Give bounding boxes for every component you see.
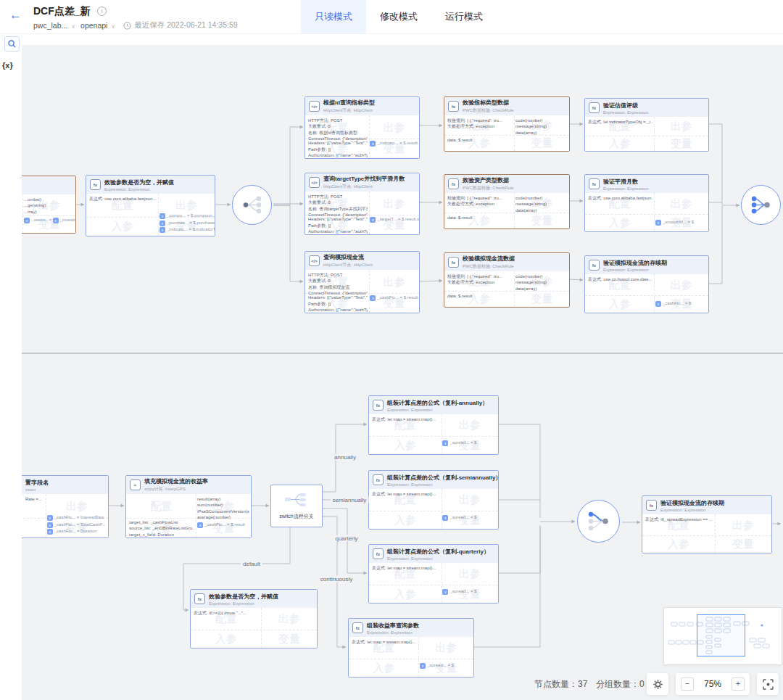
- flow-edge: [498, 525, 540, 573]
- node-subtitle: HttpClient节点: HttpClient: [323, 107, 375, 114]
- node-fields: x_spread... = $: [442, 588, 476, 596]
- node-subtitle: Expression: Expression: [660, 508, 724, 512]
- variable-chip-icon: x: [197, 522, 203, 528]
- node-titles: 根据id查询指标类型HttpClient节点: HttpClient: [323, 99, 375, 114]
- watermark-br: 变量: [531, 214, 552, 228]
- flow-node-validate-cashflow-duration-2[interactable]: fx验证模拟现金流的存续期Expression: Expression配置出参入…: [642, 495, 772, 553]
- node-header: fx效验指标类型数据PWC数据校验: CheckRule: [444, 97, 569, 115]
- field-value: $.result: [231, 522, 245, 527]
- flow-node-check-indicator-type-data[interactable]: fx效验指标类型数据PWC数据校验: CheckRule配置出参入参变量校验规则…: [444, 96, 570, 152]
- node-titles: 填充模拟现金流的收益率scipy计算: InterpGPS: [144, 477, 208, 493]
- back-button[interactable]: ←: [9, 8, 22, 22]
- flow-node-fill-cashflow-yield[interactable]: ≈填充模拟现金流的收益率scipy计算: InterpGPS配置出参入参变量ta…: [125, 475, 252, 538]
- config-line: Rate =...: [25, 496, 44, 502]
- node-title: 验证估值评级: [603, 102, 649, 110]
- zoom-out-button[interactable]: −: [681, 678, 694, 691]
- watermark-tr: 出参: [278, 612, 300, 626]
- tab-run-mode[interactable]: 运行模式: [431, 0, 497, 33]
- config-line: Path参数: []: [308, 223, 368, 228]
- zoom-in-button[interactable]: +: [732, 678, 745, 691]
- config-line: target_list: _cashFlowList: [129, 519, 195, 525]
- flow-node-assemble-spread-formula-semiannually[interactable]: fx组装计算点差的公式（复利-semiannually）Expression: …: [368, 470, 499, 530]
- node-title: 效验参数是否为空，并赋值: [209, 593, 278, 601]
- watermark-tr: 出参: [459, 493, 481, 507]
- config-line: 失败处理方式: exception: [447, 123, 513, 129]
- field-name: _cashFlo...: [54, 529, 75, 533]
- flow-node-check-params-empty-assign-2[interactable]: fx效验参数是否为空，并赋值Expression: Expression配置出参…: [190, 589, 318, 648]
- field-row: x_spread... = $: [442, 588, 476, 596]
- variables-panel-toggle[interactable]: {x}: [2, 61, 13, 70]
- scipy-node-icon: ≈: [130, 479, 141, 490]
- flow-node-assemble-spread-formula-quarterly[interactable]: fx组装计算点差的公式（复利-quarterly）Expression: Exp…: [368, 544, 499, 604]
- field-value: $.indicatorT...: [193, 227, 215, 231]
- flow-node-validate-cashflow-duration[interactable]: fx验证模拟现金流的存续期Expression: Expression配置出参入…: [584, 255, 709, 313]
- node-body: 配置出参入参变量表达式: use com.alibaba.fastjson...…: [86, 194, 215, 236]
- check-node-icon: fx: [448, 178, 459, 189]
- quadrant-divider-v: [369, 192, 370, 234]
- watermark-bl: 入参: [394, 587, 416, 601]
- node-fields: x_spread... = $: [442, 514, 476, 522]
- node-titles: 组装计算点差的公式（复利-annually）Expression: Expres…: [387, 399, 488, 412]
- variable-chip-icon: x: [53, 218, 59, 223]
- connector-fan-out-connector[interactable]: [232, 185, 272, 225]
- settings-button[interactable]: [647, 673, 668, 695]
- watermark-tr: 出参: [459, 567, 481, 581]
- workspace-select[interactable]: pwc_lab... ∨: [33, 21, 75, 30]
- tab-read-only-mode[interactable]: 只读模式: [301, 0, 366, 33]
- fit-view-button[interactable]: [757, 673, 779, 695]
- last-saved: 最近保存 2022-06-21 14:35:59: [123, 20, 237, 30]
- node-subtitle: Expression: Expression: [603, 186, 649, 191]
- node-title: 置字段名: [25, 479, 49, 487]
- config-line: data: $.result: [447, 137, 513, 143]
- flow-node-check-node-clipped[interactable]: fx配置出参入参变量...umber)...ge(string)...rray)…: [22, 176, 76, 234]
- watermark-br: 变量: [732, 538, 754, 551]
- edge-arrow: [300, 125, 304, 128]
- node-title: 效验资产类型数据: [463, 176, 514, 184]
- config-line: Headers: [{"valueType":"Text","n...: [308, 295, 368, 300]
- api-select[interactable]: openapi ∨: [80, 21, 115, 30]
- watermark-tr: 出参: [732, 518, 754, 532]
- quadrant-divider-h: [369, 436, 498, 437]
- config-line: x_field: Duration: [129, 538, 195, 538]
- flow-node-http-query-indicator-type[interactable]: </>根据id查询指标类型HttpClient节点: HttpClient配置出…: [304, 96, 420, 159]
- flow-node-set-field-name-clipped[interactable]: fx置字段名ssion配置出参入参变量Rate =...x_cashFlo...…: [22, 475, 109, 538]
- flow-node-switch-branch[interactable]: switch流程分支: [270, 485, 323, 527]
- node-subtitle: Expression: Expression: [603, 110, 649, 115]
- node-config-tl: 校验规则: [ { "required": tru...失败处理方式: exce…: [447, 118, 513, 130]
- config-line: message(string): [515, 123, 568, 129]
- node-header: ≈填充模拟现金流的收益率scipy计算: InterpGPS: [126, 476, 251, 494]
- node-header: </>根据id查询指标类型HttpClient节点: HttpClient: [305, 97, 419, 115]
- field-row: x..vestm.. = x_investm..: [24, 217, 76, 224]
- node-body: 配置出参入参变量表达式: if(_spreadExpression == ...: [642, 514, 771, 553]
- app-header: ← DCF点差_新 i pwc_lab... ∨ openapi ∨ 最近保存 …: [0, 0, 783, 34]
- flow-node-check-simulated-cashflow-data[interactable]: fx校验模拟现金流数据PWC数据校验: CheckRule配置出参入参变量校验规…: [444, 252, 570, 308]
- tab-edit-mode[interactable]: 修改模式: [366, 0, 431, 33]
- node-body: 配置出参入参变量...umber)...ge(string)...rray)x.…: [22, 194, 75, 233]
- node-config-tr: result(array)sum(number)iPsaSComponentVe…: [197, 496, 249, 521]
- search-button[interactable]: [4, 36, 20, 52]
- info-icon[interactable]: i: [97, 7, 107, 16]
- minimap[interactable]: [663, 607, 782, 665]
- flow-node-http-query-simulated-cashflow[interactable]: </>查询模拟现金流HttpClient节点: HttpClient配置出参入参…: [304, 251, 420, 313]
- node-config-bl: Headers: [{"valueType":"Text","n...Path参…: [308, 140, 368, 159]
- flow-node-http-query-target-type-smooth-months[interactable]: </>查询targetType并找到平滑月数HttpClient节点: Http…: [304, 173, 420, 235]
- connector-fan-in-connector-2[interactable]: [577, 500, 620, 543]
- flow-canvas[interactable]: fx配置出参入参变量...umber)...ge(string)...rray)…: [22, 45, 783, 700]
- node-body: 配置出参入参变量表达式: use com.alibaba.fastjson...…: [585, 193, 708, 231]
- node-fields: x_cashFlo... = $.result.dat...: [370, 295, 420, 302]
- node-config-tl: 表达式: let map = stream.map()...: [372, 416, 440, 422]
- field-value: $: [689, 301, 691, 305]
- minimap-viewport[interactable]: [697, 614, 745, 656]
- connector-fan-in-connector[interactable]: [741, 185, 781, 225]
- node-body: 配置出参入参变量表达式: let map = stream.map()...x_…: [369, 489, 498, 529]
- flow-node-check-asset-type-data[interactable]: fx效验资产类型数据PWC数据校验: CheckRule配置出参入参变量校验规则…: [444, 174, 570, 229]
- config-line: data(array): [515, 286, 568, 292]
- flow-node-check-params-empty-assign[interactable]: fx效验参数是否为空，并赋值Expression: Expression配置出参…: [86, 175, 215, 236]
- node-config-tl: 表达式: let map = stream.map()...: [372, 491, 440, 497]
- flow-node-validate-valuation-rating[interactable]: fx验证估值评级Expression: Expression配置出参入参变量表达…: [584, 98, 709, 152]
- flow-node-validate-smooth-months[interactable]: fx验证平滑月数Expression: Expression配置出参入参变量表达…: [584, 174, 709, 232]
- node-config-tl: 校验规则: [ { "required": tru...失败处理方式: exce…: [447, 195, 513, 207]
- flow-node-assemble-spread-formula-annually[interactable]: fx组装计算点差的公式（复利-annually）Expression: Expr…: [368, 395, 499, 455]
- flow-node-assemble-yield-query-params[interactable]: fx组装收益率查询参数Expression: Expression配置出参入参变…: [348, 618, 474, 678]
- variable-chip-icon: x: [420, 663, 426, 669]
